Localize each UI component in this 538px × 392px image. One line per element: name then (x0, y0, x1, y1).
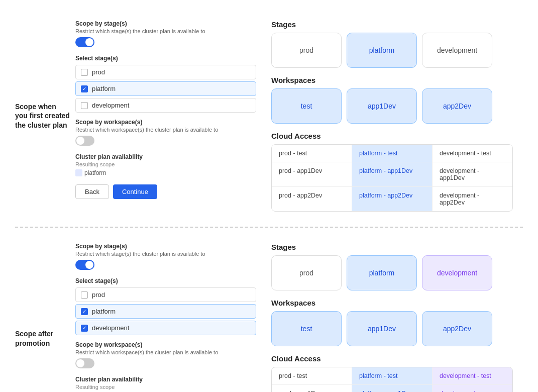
scope-stage-group-2: Scope by stage(s) Restrict which stage(s… (75, 243, 256, 271)
stage-card-prod-1: prod (271, 33, 342, 68)
scope-stage-label-2: Scope by stage(s) (75, 243, 256, 250)
stage-name-platform-2: platform (92, 308, 116, 315)
scope-workspace-label-2: Scope by workspace(s) (75, 341, 256, 348)
scope-workspace-group-1: Scope by workspace(s) Restrict which wor… (75, 119, 256, 147)
form-panel-after: Scope by stage(s) Restrict which stage(s… (70, 243, 261, 392)
select-stages-group-1: Select stage(s) prod platform developmen… (75, 55, 256, 113)
workspace-card-app2dev-1: app2Dev (422, 88, 492, 124)
cloud-cell-1-3-2: development - app2Dev (433, 187, 512, 211)
cloud-row-2-1: prod - test platform - test development … (272, 367, 512, 385)
stage-card-platform-1: platform (347, 33, 417, 68)
right-panel-first: Stages prod platform development Workspa… (261, 20, 523, 212)
section-divider (15, 227, 523, 228)
stage-card-development-2: development (422, 255, 492, 290)
cloud-cell-1-1-2: development - test (433, 145, 512, 162)
stage-name-prod-2: prod (92, 291, 105, 299)
right-panel-after: Stages prod platform development Workspa… (261, 243, 523, 392)
cloud-cell-2-2-1: platform - app1Dev (352, 385, 433, 392)
section-after: Scope after promotion Scope by stage(s) … (0, 233, 538, 392)
stage-item-platform-2[interactable]: platform (75, 304, 256, 319)
checkbox-platform-1[interactable] (81, 85, 88, 92)
stage-item-prod-1[interactable]: prod (75, 65, 256, 79)
cloud-cell-2-2-0: prod - app1Dev (272, 385, 352, 392)
cluster-availability-2: Cluster plan availability Resulting scop… (75, 376, 256, 392)
stage-list-1: prod platform development (75, 65, 256, 113)
back-button-1[interactable]: Back (75, 184, 109, 199)
cloud-cell-1-2-2: development - app1Dev (433, 162, 512, 187)
workspaces-cards-2: test app1Dev app2Dev (271, 311, 513, 346)
cloud-row-1-1: prod - test platform - test development … (272, 145, 512, 162)
workspaces-label-2: Workspaces (271, 299, 513, 307)
section-first: Scope when you first created the cluster… (0, 10, 538, 222)
stage-list-2: prod platform development (75, 287, 256, 335)
stage-name-platform-1: platform (92, 85, 116, 92)
stage-item-development-2[interactable]: development (75, 321, 256, 335)
tag-platform-1: platform (75, 169, 106, 176)
main-container: Scope when you first created the cluster… (0, 0, 538, 392)
cloud-cell-1-3-0: prod - app2Dev (272, 187, 352, 211)
cloud-cell-1-1-0: prod - test (272, 145, 352, 162)
cloud-access-label-2: Cloud Access (271, 354, 513, 363)
stage-toggle-2[interactable] (75, 260, 94, 270)
tag-name-platform-1: platform (84, 169, 106, 176)
scope-stage-label-1: Scope by stage(s) (75, 20, 256, 27)
stages-cards-2: prod platform development (271, 255, 513, 290)
cloud-cell-2-1-2: development - test (433, 367, 512, 385)
tag-list-1: platform (75, 169, 256, 176)
scope-workspace-group-2: Scope by workspace(s) Restrict which wor… (75, 341, 256, 370)
cloud-row-1-3: prod - app2Dev platform - app2Dev develo… (272, 187, 512, 211)
continue-button-1[interactable]: Continue (113, 184, 157, 199)
workspace-card-app1dev-1: app1Dev (347, 88, 417, 124)
resulting-scope-label-2: Resulting scope (75, 384, 256, 390)
workspace-card-app1dev-2: app1Dev (347, 311, 417, 346)
scope-workspace-desc-2: Restrict which workspace(s) the cluster … (75, 349, 256, 355)
tag-icon-platform-1 (75, 169, 82, 176)
workspace-toggle-2[interactable] (75, 358, 94, 368)
form-panel-first: Scope by stage(s) Restrict which stage(s… (70, 20, 261, 212)
checkbox-development-1[interactable] (81, 102, 88, 109)
checkbox-development-2[interactable] (81, 325, 88, 332)
cloud-access-label-1: Cloud Access (271, 132, 513, 140)
stage-item-platform-1[interactable]: platform (75, 81, 256, 96)
stage-card-platform-2: platform (347, 255, 417, 290)
workspace-card-app2dev-2: app2Dev (422, 311, 492, 346)
workspaces-cards-1: test app1Dev app2Dev (271, 88, 513, 124)
section-label-after: Scope after promotion (15, 243, 70, 392)
select-stages-label-2: Select stage(s) (75, 277, 256, 284)
checkbox-platform-2[interactable] (81, 308, 88, 315)
stage-name-development-2: development (92, 324, 129, 332)
checkbox-prod-2[interactable] (81, 291, 88, 299)
scope-workspace-label-1: Scope by workspace(s) (75, 119, 256, 126)
stages-cards-1: prod platform development (271, 33, 513, 68)
workspace-card-test-1: test (271, 88, 342, 124)
btn-row-1: Back Continue (75, 184, 256, 199)
section-title-first: Scope when you first created the cluster… (15, 102, 70, 130)
cloud-cell-1-1-1: platform - test (352, 145, 433, 162)
cloud-grid-1: prod - test platform - test development … (271, 144, 513, 212)
select-stages-label-1: Select stage(s) (75, 55, 256, 62)
scope-workspace-desc-1: Restrict which workspace(s) the cluster … (75, 127, 256, 133)
stage-card-prod-2: prod (271, 255, 342, 290)
stage-name-prod-1: prod (92, 68, 105, 76)
cloud-cell-1-2-0: prod - app1Dev (272, 162, 352, 187)
scope-stage-group-1: Scope by stage(s) Restrict which stage(s… (75, 20, 256, 49)
scope-stage-desc-2: Restrict which stage(s) the cluster plan… (75, 251, 256, 257)
workspace-card-test-2: test (271, 311, 342, 346)
cloud-row-1-2: prod - app1Dev platform - app1Dev develo… (272, 162, 512, 187)
cluster-availability-1: Cluster plan availability Resulting scop… (75, 153, 256, 176)
workspace-toggle-1[interactable] (75, 136, 94, 146)
checkbox-prod-1[interactable] (81, 69, 88, 76)
cloud-cell-2-1-1: platform - test (352, 367, 433, 385)
stage-item-development-1[interactable]: development (75, 98, 256, 113)
cluster-avail-label-2: Cluster plan availability (75, 376, 256, 383)
stage-name-development-1: development (92, 102, 129, 109)
cloud-grid-2: prod - test platform - test development … (271, 367, 513, 392)
workspaces-label-1: Workspaces (271, 76, 513, 84)
cloud-cell-2-1-0: prod - test (272, 367, 352, 385)
scope-stage-desc-1: Restrict which stage(s) the cluster plan… (75, 28, 256, 34)
stage-toggle-1[interactable] (75, 37, 94, 47)
cloud-row-2-2: prod - app1Dev platform - app1Dev develo… (272, 385, 512, 392)
stage-item-prod-2[interactable]: prod (75, 287, 256, 302)
select-stages-group-2: Select stage(s) prod platform developmen… (75, 277, 256, 335)
cloud-cell-2-2-2: development - app1Dev (433, 385, 512, 392)
